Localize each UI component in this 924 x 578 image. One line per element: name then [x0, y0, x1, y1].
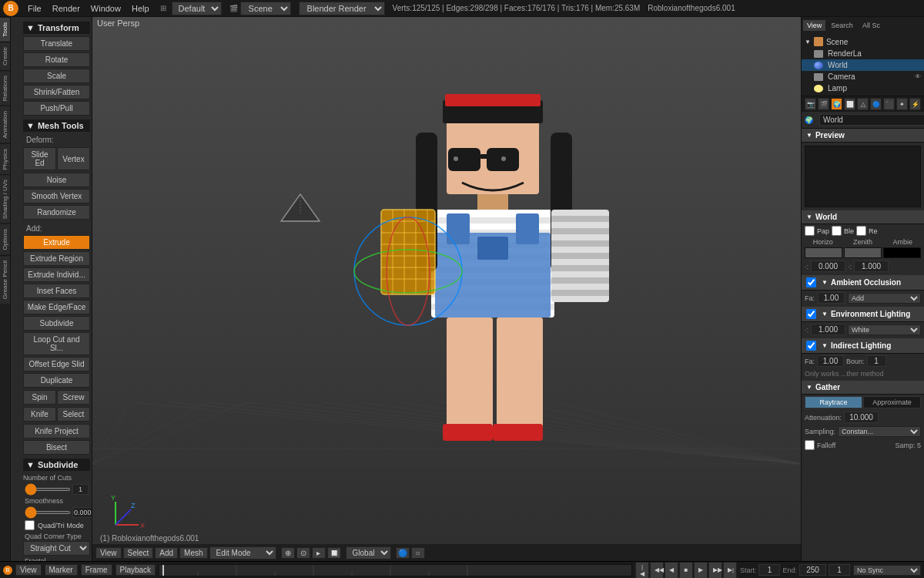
- approximate-tab[interactable]: Approximate: [863, 396, 921, 408]
- falloff-check[interactable]: [805, 440, 815, 450]
- quad-corner-select[interactable]: Straight Cut Fan Innervert Path: [23, 541, 90, 556]
- paper-check[interactable]: [805, 226, 815, 236]
- ao-header[interactable]: ▼ Ambient Occlusion: [802, 275, 924, 291]
- material-prop-icon[interactable]: 🔵: [870, 98, 882, 110]
- step-fwd-btn[interactable]: ▶▶: [708, 562, 722, 579]
- sync-mode-select[interactable]: No Sync Frame Dropping AV-sync: [853, 565, 921, 576]
- push-btn[interactable]: Push/Pull: [23, 101, 90, 116]
- indirect-header[interactable]: ▼ Indirect Lighting: [802, 338, 924, 354]
- menu-render[interactable]: Render: [48, 2, 85, 15]
- viewport-icon3[interactable]: ▸: [312, 547, 326, 559]
- shrink-btn[interactable]: Shrink/Fatten: [23, 85, 90, 99]
- timeline-ruler[interactable]: [159, 564, 632, 576]
- ao-factor[interactable]: [818, 292, 845, 304]
- ao-mode-select[interactable]: Add Multiply: [848, 293, 921, 304]
- ambient-value[interactable]: [854, 260, 889, 272]
- select-vp-btn[interactable]: Select: [123, 547, 154, 559]
- bisect-btn[interactable]: Bisect: [23, 440, 90, 455]
- tab-relations[interactable]: Relations: [0, 70, 10, 106]
- mesh-btn[interactable]: Mesh: [179, 547, 207, 559]
- ao-enable[interactable]: [806, 277, 816, 287]
- menu-help[interactable]: Help: [127, 2, 154, 15]
- tab-create[interactable]: Create: [0, 42, 10, 70]
- tab-tools[interactable]: Tools: [0, 17, 10, 42]
- outliner-camera[interactable]: Camera 👁: [802, 71, 924, 82]
- attenuation-value[interactable]: [844, 412, 879, 423]
- horizon-value[interactable]: [811, 260, 845, 272]
- menu-file[interactable]: File: [23, 2, 46, 15]
- extrude-indiv-btn[interactable]: Extrude Individ...: [23, 267, 90, 282]
- stop-btn[interactable]: ■: [679, 562, 693, 579]
- snap-icon[interactable]: 🔵: [396, 547, 410, 559]
- rotate-btn[interactable]: Rotate: [23, 52, 90, 67]
- tab-grease[interactable]: Grease Pencil: [0, 255, 10, 304]
- tab-all-scenes[interactable]: All Sc: [859, 20, 884, 31]
- world-props-header[interactable]: ▼ World: [802, 210, 924, 224]
- offset-edge-btn[interactable]: Offset Edge Slid: [23, 357, 90, 371]
- add-vp-btn[interactable]: Add: [155, 547, 178, 559]
- outliner-world[interactable]: World: [802, 59, 924, 71]
- skip-end-btn[interactable]: ▶|: [723, 562, 737, 579]
- view-btn[interactable]: View: [95, 547, 122, 559]
- randomize-btn[interactable]: Randomize: [23, 205, 90, 220]
- mesh-tools-header[interactable]: ▼ Mesh Tools: [23, 119, 90, 132]
- tab-physics[interactable]: Physics: [0, 143, 10, 175]
- real-check[interactable]: [856, 226, 866, 236]
- play-back-btn[interactable]: ◀: [665, 562, 678, 579]
- noise-btn[interactable]: Noise: [23, 173, 90, 187]
- preview-header[interactable]: ▼ Preview: [802, 129, 924, 143]
- raytrace-tab[interactable]: Raytrace: [805, 396, 862, 408]
- render-engine-select[interactable]: Blender Render: [299, 2, 385, 15]
- outliner-lamp[interactable]: Lamp: [802, 82, 924, 94]
- tab-animation[interactable]: Animation: [0, 106, 10, 143]
- outliner-renderla[interactable]: RenderLa: [802, 48, 924, 59]
- smoothness-slider[interactable]: [25, 511, 71, 514]
- play-btn[interactable]: ▶: [694, 562, 708, 579]
- tab-shading[interactable]: Shading / UVs: [0, 174, 10, 223]
- cuts-slider[interactable]: [25, 488, 71, 491]
- step-back-btn[interactable]: ◀◀: [650, 562, 664, 579]
- tab-view[interactable]: View: [803, 20, 825, 31]
- marker-btn[interactable]: Marker: [45, 564, 78, 576]
- start-frame[interactable]: [758, 564, 780, 576]
- object-prop-icon[interactable]: ⬜: [844, 98, 855, 110]
- blend-check[interactable]: [832, 226, 842, 236]
- scene-select[interactable]: Scene: [240, 2, 291, 15]
- tab-options[interactable]: Options: [0, 223, 10, 255]
- env-enable[interactable]: [806, 309, 816, 319]
- scale-btn[interactable]: Scale: [23, 69, 90, 83]
- env-lighting-header[interactable]: ▼ Environment Lighting: [802, 307, 924, 322]
- indirect-bounces[interactable]: [867, 355, 886, 367]
- screw-btn[interactable]: Screw: [57, 390, 90, 405]
- world-name-input[interactable]: [819, 114, 924, 126]
- env-factor[interactable]: [811, 324, 845, 335]
- tab-search[interactable]: Search: [827, 20, 857, 31]
- outliner-scene[interactable]: ▼ Scene: [802, 35, 924, 48]
- vertex-btn[interactable]: Vertex: [57, 147, 90, 170]
- make-edge-btn[interactable]: Make Edge/Face: [23, 300, 90, 314]
- translate-btn[interactable]: Translate: [23, 36, 90, 51]
- playback-btn[interactable]: Playback: [116, 564, 156, 576]
- subdivide-section-header[interactable]: ▼ Subdivide: [23, 459, 90, 471]
- duplicate-btn[interactable]: Duplicate: [23, 373, 90, 388]
- slide-ed-btn[interactable]: Slide Ed: [23, 147, 56, 170]
- gather-header[interactable]: ▼ Gather: [802, 381, 924, 395]
- horizon-swatch[interactable]: [805, 247, 842, 258]
- indirect-factor[interactable]: [817, 355, 844, 367]
- subdivide-btn[interactable]: Subdivide: [23, 316, 90, 331]
- knife-btn[interactable]: Knife: [23, 407, 56, 422]
- frame-btn[interactable]: Frame: [81, 564, 112, 576]
- current-frame[interactable]: [829, 564, 850, 576]
- pivot-select[interactable]: Global Local: [346, 546, 391, 560]
- quad-tri-checkbox[interactable]: [25, 520, 35, 530]
- extrude-region-btn[interactable]: Extrude Region: [23, 251, 90, 266]
- world-prop-icon[interactable]: 🌍: [831, 98, 842, 110]
- viewport-icon4[interactable]: 🔲: [327, 547, 341, 559]
- env-color-select[interactable]: White Sky Color: [848, 324, 921, 335]
- render-prop-icon[interactable]: 📷: [805, 98, 816, 110]
- layout-select[interactable]: Default: [172, 2, 222, 15]
- physics-prop-icon[interactable]: ⚡: [909, 98, 921, 110]
- end-frame[interactable]: [799, 564, 826, 576]
- viewport-icon2[interactable]: ⊙: [296, 547, 310, 559]
- select-btn[interactable]: Select: [57, 407, 90, 422]
